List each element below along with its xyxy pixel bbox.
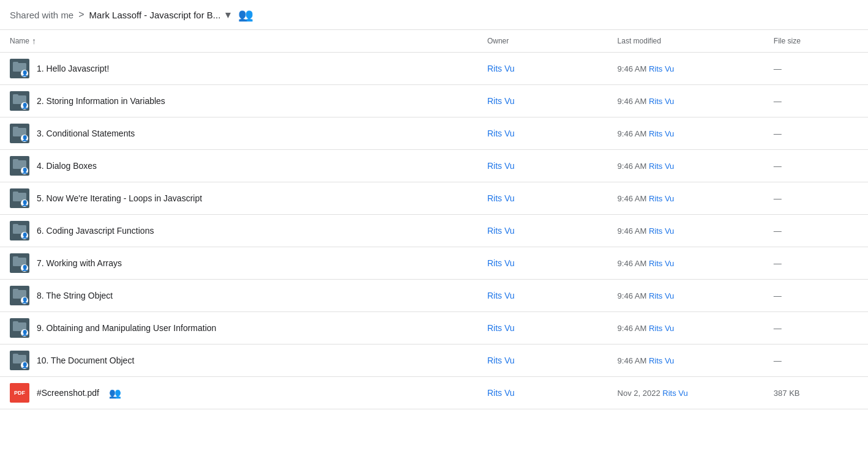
owner-link[interactable]: Rits Vu [487,388,515,398]
owner-cell[interactable]: Rits Vu [477,280,608,312]
owner-cell[interactable]: Rits Vu [477,312,608,345]
column-header-owner[interactable]: Owner [477,30,608,53]
column-header-name[interactable]: Name ↑ [0,30,477,53]
svg-rect-13 [13,256,18,259]
svg-rect-15 [13,289,18,291]
modified-owner-link[interactable]: Rits Vu [649,64,674,73]
file-name: 1. Hello Javascript! [37,64,109,73]
owner-link[interactable]: Rits Vu [487,64,515,73]
file-size-cell: — [764,280,868,312]
modified-owner-link[interactable]: Rits Vu [649,226,674,236]
svg-rect-11 [13,224,18,226]
modified-cell: Nov 2, 2022 Rits Vu [608,377,764,409]
file-size-cell: — [764,182,868,215]
table-row[interactable]: 👤 2. Storing Information in VariablesRit… [0,85,868,117]
name-cell: 👤 2. Storing Information in Variables [0,85,477,117]
modified-cell: 9:46 AM Rits Vu [608,345,764,377]
owner-link[interactable]: Rits Vu [487,356,515,365]
table-row[interactable]: 👤 3. Conditional StatementsRits Vu9:46 A… [0,117,868,150]
owner-cell[interactable]: Rits Vu [477,182,608,215]
column-header-file-size[interactable]: File size [764,30,868,53]
shared-folder-icon: 👤 [10,156,29,176]
svg-rect-7 [13,159,18,162]
shared-badge: 👥 [109,387,121,399]
owner-link[interactable]: Rits Vu [487,128,515,138]
owner-link[interactable]: Rits Vu [487,258,515,268]
file-name: 2. Storing Information in Variables [37,96,165,106]
modified-owner-link[interactable]: Rits Vu [649,259,674,268]
table-row[interactable]: PDF#Screenshot.pdf👥Rits VuNov 2, 2022 Ri… [0,377,868,409]
svg-rect-3 [13,94,18,97]
breadcrumb-people-icon[interactable]: 👥 [238,7,253,22]
owner-link[interactable]: Rits Vu [487,161,515,171]
table-row[interactable]: 👤 1. Hello Javascript!Rits Vu9:46 AM Rit… [0,53,868,85]
pdf-icon: PDF [10,383,29,403]
shared-folder-icon: 👤 [10,124,29,143]
name-cell: 👤 10. The Document Object [0,345,477,376]
table-row[interactable]: 👤 5. Now We're Iterating - Loops in Java… [0,182,868,215]
table-row[interactable]: 👤 9. Obtaining and Manipulating User Inf… [0,312,868,345]
owner-cell[interactable]: Rits Vu [477,345,608,377]
file-name: 9. Obtaining and Manipulating User Infor… [37,323,216,333]
owner-link[interactable]: Rits Vu [487,96,515,106]
file-name: 8. The String Object [37,291,113,300]
file-table: Name ↑ Owner Last modified File size 👤 1… [0,30,868,409]
file-size-cell: — [764,150,868,182]
modified-owner-link[interactable]: Rits Vu [662,389,687,398]
table-row[interactable]: 👤 6. Coding Javascript FunctionsRits Vu9… [0,215,868,247]
file-size-cell: — [764,247,868,280]
breadcrumb-separator: > [78,9,84,20]
modified-owner-link[interactable]: Rits Vu [649,194,674,203]
owner-cell[interactable]: Rits Vu [477,377,608,409]
owner-cell[interactable]: Rits Vu [477,85,608,117]
modified-cell: 9:46 AM Rits Vu [608,117,764,150]
name-cell: 👤 8. The String Object [0,280,477,311]
column-header-last-modified[interactable]: Last modified [608,30,764,53]
file-name: #Screenshot.pdf [37,388,99,398]
file-name: 7. Working with Arrays [37,258,122,268]
file-size-cell: 387 KB [764,377,868,409]
owner-cell[interactable]: Rits Vu [477,117,608,150]
shared-folder-icon: 👤 [10,286,29,305]
table-row[interactable]: 👤 8. The String ObjectRits Vu9:46 AM Rit… [0,280,868,312]
table-row[interactable]: 👤 4. Dialog BoxesRits Vu9:46 AM Rits Vu— [0,150,868,182]
shared-folder-icon: 👤 [10,253,29,273]
owner-link[interactable]: Rits Vu [487,226,515,236]
owner-cell[interactable]: Rits Vu [477,247,608,280]
modified-owner-link[interactable]: Rits Vu [649,291,674,300]
modified-owner-link[interactable]: Rits Vu [649,162,674,171]
breadcrumb-dropdown-icon[interactable]: ▾ [225,8,231,21]
shared-folder-icon: 👤 [10,318,29,338]
modified-cell: 9:46 AM Rits Vu [608,150,764,182]
table-row[interactable]: 👤 10. The Document ObjectRits Vu9:46 AM … [0,345,868,377]
name-cell: 👤 1. Hello Javascript! [0,53,477,84]
name-cell: 👤 9. Obtaining and Manipulating User Inf… [0,312,477,344]
table-row[interactable]: 👤 7. Working with ArraysRits Vu9:46 AM R… [0,247,868,280]
svg-rect-17 [13,321,18,324]
breadcrumb-shared-with-me[interactable]: Shared with me [10,10,73,20]
svg-rect-5 [13,127,18,129]
modified-cell: 9:46 AM Rits Vu [608,312,764,345]
shared-folder-icon: 👤 [10,351,29,370]
modified-owner-link[interactable]: Rits Vu [649,356,674,365]
breadcrumb-current-folder: Mark Lassoff - Javascript for B... [89,10,221,20]
file-size-cell: — [764,85,868,117]
name-cell: 👤 4. Dialog Boxes [0,150,477,182]
file-size-cell: — [764,345,868,377]
file-name: 5. Now We're Iterating - Loops in Javasc… [37,193,202,203]
owner-cell[interactable]: Rits Vu [477,150,608,182]
owner-link[interactable]: Rits Vu [487,323,515,333]
owner-cell[interactable]: Rits Vu [477,53,608,85]
modified-owner-link[interactable]: Rits Vu [649,129,674,138]
modified-owner-link[interactable]: Rits Vu [649,324,674,333]
modified-owner-link[interactable]: Rits Vu [649,97,674,106]
file-name: 6. Coding Javascript Functions [37,226,154,236]
table-header-row: Name ↑ Owner Last modified File size [0,30,868,53]
shared-folder-icon: 👤 [10,91,29,111]
file-size-cell: — [764,215,868,247]
owner-cell[interactable]: Rits Vu [477,215,608,247]
svg-rect-19 [13,354,18,356]
owner-link[interactable]: Rits Vu [487,193,515,203]
file-name: 3. Conditional Statements [37,128,135,138]
owner-link[interactable]: Rits Vu [487,291,515,300]
